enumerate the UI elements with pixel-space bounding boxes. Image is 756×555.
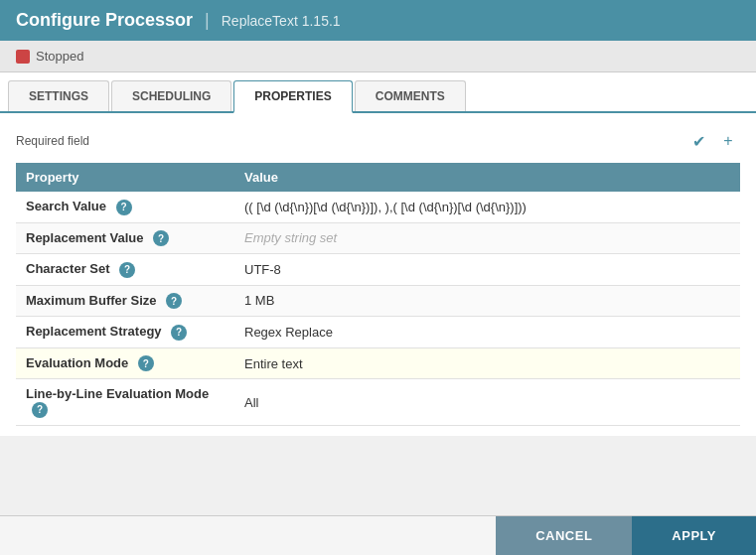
header-separator: | — [205, 10, 210, 31]
property-name: Line-by-Line Evaluation Mode ? — [16, 379, 234, 426]
apply-button[interactable]: APPLY — [632, 516, 756, 555]
help-icon[interactable]: ? — [166, 293, 182, 309]
table-row: Line-by-Line Evaluation Mode ?All — [16, 379, 740, 426]
table-row: Search Value ?(( [\d (\d{\n})[\d (\d{\n}… — [16, 192, 740, 222]
add-property-icon[interactable]: + — [716, 129, 740, 153]
header-version: ReplaceText 1.15.1 — [222, 13, 341, 29]
tab-comments[interactable]: COMMENTS — [355, 80, 466, 111]
property-name: Replacement Value ? — [16, 222, 234, 254]
toolbar-icons: ✔ + — [686, 129, 740, 153]
property-value[interactable]: 1 MB — [234, 285, 740, 317]
col-value: Value — [234, 163, 740, 192]
status-label: Stopped — [36, 49, 83, 64]
tab-settings[interactable]: SETTINGS — [8, 80, 109, 111]
required-field-label: Required field — [16, 134, 89, 148]
property-value[interactable]: UTF-8 — [234, 254, 740, 286]
tab-bar: SETTINGS SCHEDULING PROPERTIES COMMENTS — [0, 72, 756, 113]
property-name: Replacement Strategy ? — [16, 317, 234, 348]
table-row: Evaluation Mode ?Entire text — [16, 347, 740, 379]
property-name: Maximum Buffer Size ? — [16, 285, 234, 317]
help-icon[interactable]: ? — [116, 200, 132, 215]
status-indicator — [16, 50, 30, 64]
footer: CANCEL APPLY — [0, 515, 756, 555]
verify-icon[interactable]: ✔ — [686, 129, 710, 153]
properties-table: Property Value Search Value ?(( [\d (\d{… — [16, 163, 740, 426]
status-bar: Stopped — [0, 41, 756, 72]
table-row: Replacement Strategy ?Regex Replace — [16, 317, 740, 348]
property-value[interactable]: All — [234, 379, 740, 426]
cancel-button[interactable]: CANCEL — [496, 516, 632, 555]
property-value[interactable]: Regex Replace — [234, 317, 740, 348]
table-row: Maximum Buffer Size ?1 MB — [16, 285, 740, 317]
help-icon[interactable]: ? — [138, 355, 154, 371]
tab-scheduling[interactable]: SCHEDULING — [111, 80, 231, 111]
col-property: Property — [16, 163, 234, 192]
property-value[interactable]: Entire text — [234, 347, 740, 379]
required-row: Required field ✔ + — [16, 123, 740, 163]
table-row: Replacement Value ?Empty string set — [16, 222, 740, 254]
content-area: Required field ✔ + Property Value Search… — [0, 113, 756, 436]
property-name: Evaluation Mode ? — [16, 347, 234, 379]
header: Configure Processor | ReplaceText 1.15.1 — [0, 0, 756, 41]
property-name: Character Set ? — [16, 254, 234, 286]
help-icon[interactable]: ? — [119, 262, 135, 278]
header-title: Configure Processor — [16, 10, 193, 31]
help-icon[interactable]: ? — [171, 325, 187, 341]
tab-properties[interactable]: PROPERTIES — [233, 80, 352, 113]
help-icon[interactable]: ? — [153, 230, 169, 246]
table-row: Character Set ?UTF-8 — [16, 254, 740, 286]
help-icon[interactable]: ? — [32, 402, 48, 418]
property-value: Empty string set — [234, 222, 740, 254]
property-value[interactable]: (( [\d (\d{\n})[\d (\d{\n})]), ),( [\d (… — [234, 192, 740, 222]
property-name: Search Value ? — [16, 192, 234, 222]
